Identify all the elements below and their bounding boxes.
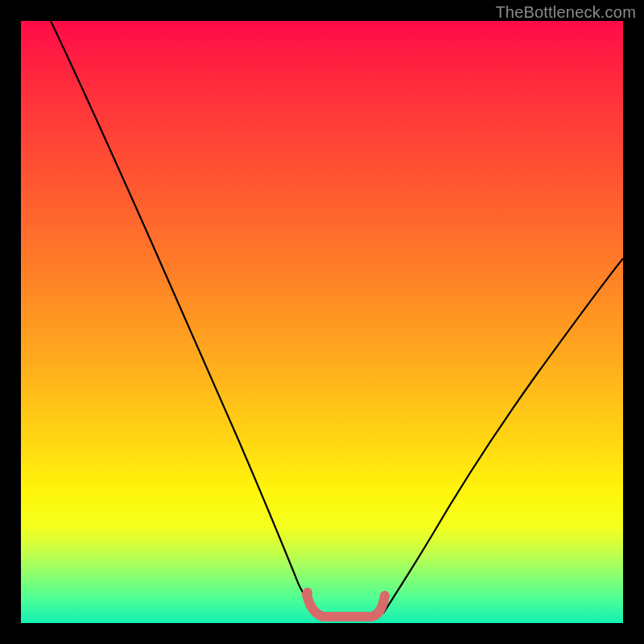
valley-band (307, 594, 385, 617)
left-curve (51, 21, 317, 613)
right-curve (383, 258, 623, 613)
watermark-text: TheBottleneck.com (495, 3, 636, 22)
chart-frame: TheBottleneck.com (0, 0, 644, 644)
plot-area (21, 21, 623, 623)
valley-dot (303, 588, 312, 597)
chart-svg (21, 21, 623, 623)
